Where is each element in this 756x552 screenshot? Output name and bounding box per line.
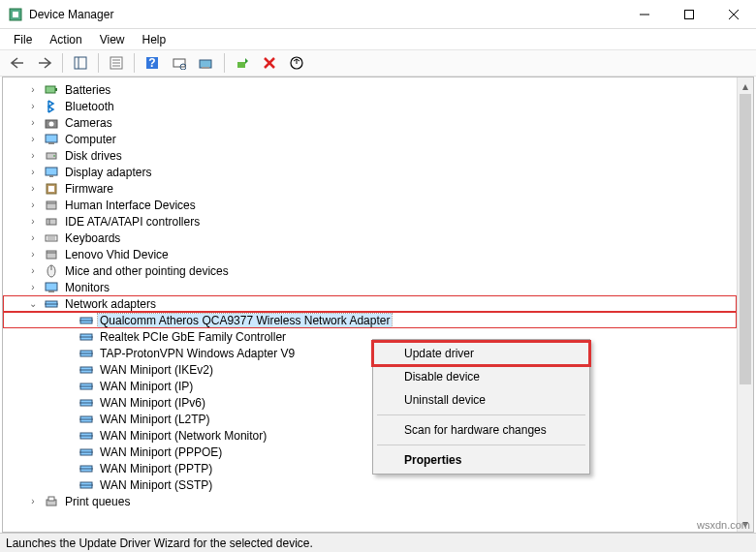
device-item[interactable]: Qualcomm Atheros QCA9377 Wireless Networ… <box>3 312 737 328</box>
context-scan-hardware[interactable]: Scan for hardware changes <box>375 418 587 442</box>
computer-icon <box>44 132 59 147</box>
enable-device-button[interactable] <box>231 51 254 75</box>
expand-icon[interactable]: › <box>26 496 40 506</box>
keyboard-icon <box>44 230 59 246</box>
expand-icon[interactable]: › <box>26 183 40 194</box>
device-category[interactable]: ›Batteries <box>3 81 737 98</box>
device-category[interactable]: ⌄Network adapters <box>3 295 737 312</box>
ide-icon <box>44 214 59 230</box>
tree-item-label: TAP-ProtonVPN Windows Adapter V9 <box>98 347 297 360</box>
expand-icon[interactable]: › <box>26 134 40 144</box>
forward-button[interactable] <box>33 51 56 75</box>
context-menu: Update driver Disable device Uninstall d… <box>372 339 590 475</box>
device-item[interactable]: WAN Miniport (Network Monitor) <box>3 427 737 444</box>
device-category[interactable]: ›Display adapters <box>3 164 737 180</box>
network-icon <box>79 379 94 394</box>
menubar: File Action View Help <box>0 29 756 49</box>
context-disable-device[interactable]: Disable device <box>375 365 587 388</box>
device-tree[interactable]: ›Batteries›Bluetooth›Cameras›Computer›Di… <box>3 77 737 532</box>
device-item[interactable]: WAN Miniport (PPTP) <box>3 460 737 476</box>
expand-icon[interactable]: › <box>26 199 40 210</box>
tree-item-label: Qualcomm Atheros QCA9377 Wireless Networ… <box>98 314 392 327</box>
maximize-button[interactable] <box>667 0 711 29</box>
tree-item-label: Mice and other pointing devices <box>63 264 231 278</box>
expand-icon[interactable]: › <box>26 150 40 161</box>
disable-device-button[interactable] <box>285 51 308 75</box>
device-category[interactable]: ›IDE ATA/ATAPI controllers <box>3 213 737 230</box>
uninstall-device-button[interactable] <box>258 51 281 75</box>
expand-icon[interactable]: › <box>26 265 40 276</box>
device-category[interactable]: ›Computer <box>3 131 737 147</box>
device-item[interactable]: WAN Miniport (PPPOE) <box>3 444 737 460</box>
device-category[interactable]: ›Lenovo Vhid Device <box>3 246 737 262</box>
titlebar: Device Manager <box>0 0 756 29</box>
network-icon <box>44 296 59 312</box>
network-icon <box>79 428 94 444</box>
device-category[interactable]: ›Firmware <box>3 180 737 197</box>
context-uninstall-device[interactable]: Uninstall device <box>375 388 587 412</box>
context-separator <box>377 414 585 415</box>
context-update-driver[interactable]: Update driver <box>375 342 587 365</box>
svg-rect-72 <box>48 497 54 501</box>
device-category[interactable]: ›Print queues <box>3 493 737 509</box>
statusbar: Launches the Update Driver Wizard for th… <box>0 533 756 552</box>
show-hide-tree-button[interactable] <box>69 51 92 75</box>
close-button[interactable] <box>711 0 756 29</box>
tree-item-label: WAN Miniport (IPv6) <box>98 396 207 410</box>
update-driver-button[interactable] <box>195 51 218 75</box>
collapse-icon[interactable]: ⌄ <box>26 298 40 309</box>
back-button[interactable] <box>6 51 29 75</box>
expand-icon[interactable]: › <box>26 117 40 128</box>
svg-rect-6 <box>75 57 86 69</box>
device-category[interactable]: ›Mice and other pointing devices <box>3 262 737 279</box>
expand-icon[interactable]: › <box>26 232 40 243</box>
vertical-scrollbar[interactable]: ▴ ▾ <box>737 77 753 532</box>
tree-item-label: Bluetooth <box>63 100 116 113</box>
scan-hardware-button[interactable] <box>168 51 191 75</box>
device-category[interactable]: ›Disk drives <box>3 147 737 164</box>
svg-rect-23 <box>55 88 57 91</box>
device-category[interactable]: ›Human Interface Devices <box>3 197 737 213</box>
device-category[interactable]: ›Monitors <box>3 279 737 295</box>
tree-item-label: WAN Miniport (PPPOE) <box>98 445 224 459</box>
window-title: Device Manager <box>29 8 622 21</box>
tree-item-label: Print queues <box>63 495 132 508</box>
device-item[interactable]: WAN Miniport (IKEv2) <box>3 361 737 378</box>
menu-view[interactable]: View <box>92 31 133 48</box>
network-icon <box>79 329 94 345</box>
network-icon <box>79 445 94 460</box>
device-category[interactable]: ›Cameras <box>3 114 737 131</box>
svg-text:?: ? <box>148 56 155 70</box>
menu-action[interactable]: Action <box>42 31 89 48</box>
scroll-thumb[interactable] <box>740 94 751 384</box>
help-button[interactable]: ? <box>141 51 164 75</box>
svg-rect-38 <box>46 235 57 241</box>
hid-icon <box>44 247 59 262</box>
expand-icon[interactable]: › <box>26 84 40 95</box>
device-item[interactable]: WAN Miniport (SSTP) <box>3 476 737 493</box>
device-item[interactable]: WAN Miniport (IPv6) <box>3 394 737 411</box>
minimize-button[interactable] <box>622 0 667 29</box>
expand-icon[interactable]: › <box>26 282 40 292</box>
hid-icon <box>44 198 59 213</box>
device-item[interactable]: TAP-ProtonVPN Windows Adapter V9 <box>3 345 737 361</box>
tree-item-label: Firmware <box>63 182 115 196</box>
device-item[interactable]: WAN Miniport (L2TP) <box>3 411 737 427</box>
device-item[interactable]: Realtek PCIe GbE Family Controller <box>3 328 737 345</box>
properties-button[interactable] <box>105 51 128 75</box>
device-category[interactable]: ›Bluetooth <box>3 98 737 114</box>
expand-icon[interactable]: › <box>26 216 40 227</box>
scroll-up-arrow[interactable]: ▴ <box>738 77 753 94</box>
mouse-icon <box>44 263 59 279</box>
expand-icon[interactable]: › <box>26 249 40 260</box>
menu-file[interactable]: File <box>6 31 40 48</box>
menu-help[interactable]: Help <box>135 31 174 48</box>
bluetooth-icon <box>44 99 59 114</box>
device-item[interactable]: WAN Miniport (IP) <box>3 378 737 394</box>
tree-item-label: Human Interface Devices <box>63 199 198 212</box>
expand-icon[interactable]: › <box>26 167 40 177</box>
context-properties[interactable]: Properties <box>375 448 587 472</box>
svg-rect-16 <box>200 60 211 68</box>
device-category[interactable]: ›Keyboards <box>3 230 737 246</box>
expand-icon[interactable]: › <box>26 101 40 111</box>
